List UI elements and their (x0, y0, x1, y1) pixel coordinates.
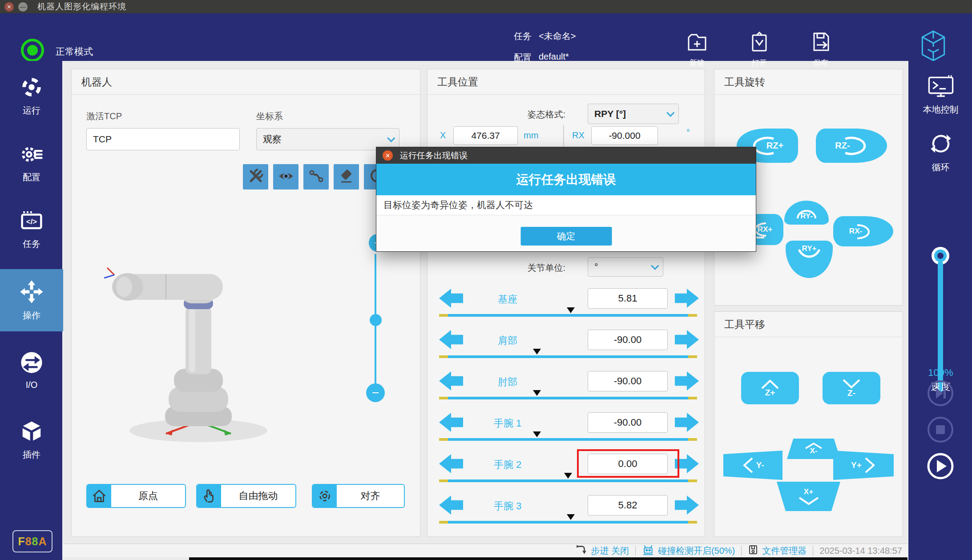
error-dialog: ✕ 运行任务出现错误 运行任务出现错误 目标位姿为奇异位姿，机器人不可达 确定 (376, 147, 756, 252)
cube-icon (20, 419, 44, 445)
right-sidebar: 本地控制 循环 100% 速度 (907, 61, 972, 560)
sidebar-item-plugin[interactable]: 插件 (0, 409, 63, 471)
eye-icon (277, 167, 295, 187)
eraser-icon (338, 167, 355, 187)
sidebar-item-operate[interactable]: 操作 (0, 269, 63, 331)
terminal-icon (927, 74, 955, 100)
save-icon (809, 47, 832, 55)
play-button[interactable] (927, 452, 954, 480)
file-manager-link[interactable]: 文件管理器 (748, 544, 807, 557)
joint-elbow-slider[interactable] (439, 397, 697, 399)
z-minus-button[interactable]: Z- (823, 372, 880, 404)
open-button[interactable]: 打开 (735, 30, 784, 68)
swap-arrows-icon (20, 351, 44, 376)
tool-position-title: 工具位置 (437, 75, 478, 89)
x-plus-button[interactable]: X+ (777, 482, 840, 511)
joint-shoulder-slider[interactable] (439, 355, 697, 358)
mode-label: 正常模式 (56, 45, 93, 58)
pose-format-dropdown[interactable]: RPY [°] (588, 104, 679, 124)
config-line: 配置 default* (514, 52, 569, 64)
x-axis-label: X (440, 130, 446, 141)
window-close-button[interactable]: ✕ (4, 2, 14, 12)
titlebar: ✕ — 机器人图形化编程环境 (0, 0, 972, 13)
y-minus-button[interactable]: Y- (723, 451, 782, 480)
x-value-input[interactable]: 476.37 (453, 126, 518, 145)
rz-minus-button[interactable]: RZ- (816, 129, 887, 163)
tools-icon (247, 167, 265, 187)
joint-wrist3-value-input[interactable]: 5.82 (588, 495, 668, 516)
joint-unit-dropdown[interactable]: ° (588, 257, 663, 277)
joint-base-slider[interactable] (439, 314, 697, 317)
joint-elbow-value-input[interactable]: -90.00 (588, 371, 668, 391)
joint-wrist3-plus-button[interactable] (675, 495, 699, 515)
y-plus-button[interactable]: Y+ (833, 451, 894, 480)
dialog-ok-button[interactable]: 确定 (520, 227, 612, 246)
view-tools-button[interactable] (243, 164, 268, 189)
dialog-button-row: 确定 (376, 215, 756, 251)
frame-label: 坐标系 (256, 110, 283, 122)
align-target-icon (313, 485, 337, 507)
wrist2-highlight-box (577, 449, 679, 478)
sidebar-item-config[interactable]: 配置 (0, 131, 63, 193)
new-file-icon (686, 47, 709, 55)
collision-detect-status[interactable]: 碰撞检测开启(50%) (642, 544, 735, 558)
stop-button[interactable] (927, 416, 954, 443)
joint-shoulder-value-input[interactable]: -90.00 (588, 330, 668, 350)
x-unit-label: mm (524, 130, 538, 141)
sidebar-item-run[interactable]: 运行 (0, 64, 63, 127)
x-minus-button[interactable]: X- (787, 439, 840, 459)
dialog-close-icon[interactable]: ✕ (383, 150, 393, 161)
sidebar-item-io[interactable]: I/O (0, 339, 63, 401)
joint-shoulder-plus-button[interactable] (675, 330, 699, 350)
tcp-input[interactable]: TCP (86, 128, 240, 150)
sidebar-item-task[interactable]: </> 任务 (0, 198, 63, 260)
save-button[interactable]: 保存 (796, 30, 845, 68)
joint-wrist1-value-input[interactable]: -90.00 (588, 412, 668, 433)
rx-minus-button[interactable]: RX- (833, 216, 893, 246)
ry-minus-button[interactable]: RY- (784, 201, 829, 225)
rx-unit-label: ° (686, 128, 690, 138)
robot-panel-title: 机器人 (81, 75, 112, 89)
step-mode-status[interactable]: 步进 关闭 (576, 544, 629, 558)
app-window: { "window": { "title": "机器人图形化编程环境", "cl… (0, 0, 972, 560)
joint-wrist2-label: 手腕 2 (454, 458, 561, 471)
device-code-badge: F 8 8 A (12, 530, 52, 552)
window-title: 机器人图形化编程环境 (37, 1, 126, 12)
loop-icon (928, 131, 953, 158)
joint-wrist3-slider[interactable] (439, 521, 697, 524)
align-button[interactable]: 对齐 (312, 484, 405, 508)
joint-base-value-input[interactable]: 5.81 (588, 288, 668, 309)
rx-value-input[interactable]: -90.000 (591, 126, 658, 145)
joint-wrist2-slider[interactable] (439, 479, 697, 482)
chevron-down-icon (387, 134, 395, 142)
view-path-button[interactable] (303, 164, 329, 189)
free-drag-button[interactable]: 自由拖动 (196, 484, 296, 508)
view-zoom-out-button[interactable]: − (366, 383, 385, 402)
config-value: default* (539, 52, 569, 64)
tool-translate-title: 工具平移 (724, 318, 765, 331)
z-plus-button[interactable]: Z+ (741, 372, 799, 404)
path-icon (307, 167, 325, 187)
step-forward-button[interactable] (927, 379, 954, 407)
joint-wrist1-plus-button[interactable] (675, 412, 699, 432)
config-label: 配置 (514, 52, 532, 64)
joint-elbow-plus-button[interactable] (675, 371, 699, 391)
loop-button[interactable]: 循环 (908, 131, 972, 173)
view-visibility-button[interactable] (273, 164, 298, 189)
joint-base-plus-button[interactable] (675, 288, 699, 308)
joint-unit-label: 关节单位: (485, 262, 565, 274)
local-control-button[interactable]: 本地控制 (908, 74, 972, 116)
dialog-title: 运行任务出现错误 (400, 150, 468, 161)
home-button[interactable]: 原点 (86, 484, 186, 508)
error-dialog-titlebar[interactable]: ✕ 运行任务出现错误 (376, 147, 756, 164)
ry-plus-button[interactable]: RY+ (786, 241, 833, 278)
joint-wrist3-label: 手腕 3 (454, 500, 561, 513)
pose-format-label: 姿态格式: (485, 109, 565, 121)
view-erase-button[interactable] (334, 164, 359, 189)
window-minimize-button[interactable]: — (18, 2, 28, 12)
new-button[interactable]: 新建 (673, 30, 722, 68)
view-zoom-handle[interactable] (370, 314, 382, 326)
robot-3d-view[interactable] (98, 256, 307, 447)
tool-translate-panel: 工具平移 Z+ Z- X- Y- Y+ X+ (714, 311, 903, 537)
joint-wrist1-slider[interactable] (439, 438, 697, 441)
